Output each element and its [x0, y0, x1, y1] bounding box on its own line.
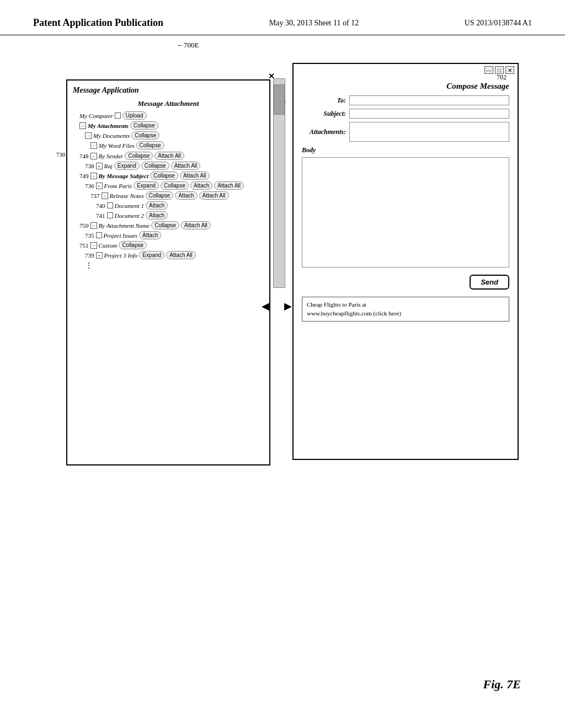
- scroll-thumb[interactable]: [274, 84, 285, 115]
- body-input[interactable]: [302, 157, 509, 267]
- my-attachments-collapse-btn[interactable]: Collapse: [130, 121, 158, 130]
- by-sender-toggle[interactable]: −: [90, 153, 97, 159]
- spam-text-line2: www.buycheapflights.com (click here): [307, 309, 504, 318]
- from-paris-label: From Paris: [104, 183, 132, 189]
- attachment-section-title: Message Attachment: [73, 99, 264, 108]
- from-paris-attach-all-btn[interactable]: Attach All: [214, 181, 244, 190]
- custom-collapse-btn[interactable]: Collapse: [119, 241, 147, 249]
- document1-label: Document 1: [115, 202, 144, 209]
- by-subject-collapse-btn[interactable]: Collapse: [150, 172, 178, 180]
- left-panel-title: Message Application: [73, 86, 264, 95]
- project-issues-attach-btn[interactable]: Attach: [139, 231, 161, 239]
- by-attachment-name-attach-all-btn[interactable]: Attach All: [181, 221, 211, 229]
- subject-row: Subject:: [294, 107, 518, 120]
- maximize-btn[interactable]: □: [495, 66, 504, 74]
- upload-btn[interactable]: Upload: [122, 111, 147, 120]
- by-sender-label: By Sender: [99, 153, 124, 159]
- project-issues-label: Project Issues: [104, 232, 138, 239]
- project-issues-checkbox[interactable]: [96, 232, 102, 238]
- by-attachment-name-collapse-btn[interactable]: Collapse: [151, 221, 179, 229]
- by-attachment-name-toggle[interactable]: −: [90, 222, 97, 229]
- ref-750-inline: 750: [79, 222, 89, 229]
- document2-row: 741 Document 2 Attach: [95, 211, 264, 220]
- scrollbar[interactable]: [273, 78, 285, 288]
- my-documents-toggle[interactable]: −: [85, 132, 92, 139]
- subject-input[interactable]: [349, 109, 509, 119]
- ref-736-inline: 736: [85, 183, 94, 189]
- spam-text-line1: Cheap Flights to Paris at: [307, 301, 504, 309]
- ellipsis: ⋮: [85, 261, 93, 270]
- by-sender-collapse-btn[interactable]: Collapse: [125, 152, 153, 160]
- by-sender-attach-all-btn[interactable]: Attach All: [154, 152, 184, 160]
- release-notes-toggle[interactable]: −: [102, 192, 108, 199]
- document1-attach-btn[interactable]: Attach: [146, 201, 168, 210]
- to-label: To:: [302, 97, 346, 105]
- release-notes-row: 737 − Release Notes Collapse Attach Atta…: [89, 191, 264, 200]
- right-scroll-arrow[interactable]: ▶: [284, 300, 292, 312]
- left-panel-message-app: Message Application Message Attachment M…: [66, 79, 270, 465]
- send-btn-container: Send: [294, 270, 518, 294]
- document2-checkbox[interactable]: [107, 212, 113, 218]
- by-attachment-name-label: By Attachment Name: [99, 222, 150, 229]
- left-scroll-arrow[interactable]: ◀: [262, 300, 269, 312]
- upload-checkbox[interactable]: [115, 113, 121, 119]
- raj-attach-all-btn[interactable]: Attach All: [171, 162, 201, 170]
- to-input[interactable]: [349, 95, 509, 105]
- close-btn[interactable]: ✕: [505, 66, 514, 74]
- ref-737-inline: 737: [90, 192, 100, 199]
- project3-expand-btn[interactable]: Expand: [139, 251, 164, 259]
- release-notes-collapse-btn[interactable]: Collapse: [146, 191, 174, 200]
- by-subject-toggle[interactable]: −: [90, 173, 97, 179]
- my-word-files-toggle[interactable]: −: [90, 142, 97, 149]
- custom-label: Custom: [99, 242, 118, 249]
- document2-attach-btn[interactable]: Attach: [146, 211, 168, 220]
- my-documents-label: My Documents: [93, 132, 130, 139]
- attachments-row: Attachments:: [294, 120, 518, 143]
- release-notes-attach-btn[interactable]: Attach: [175, 191, 197, 200]
- by-subject-attach-all-btn[interactable]: Attach All: [180, 172, 210, 180]
- patent-header: Patent Application Publication May 30, 2…: [0, 0, 565, 35]
- project3-toggle[interactable]: +: [96, 252, 103, 259]
- by-attachment-name-row: 750 − By Attachment Name Collapse Attach…: [78, 221, 264, 229]
- raj-collapse-btn[interactable]: Collapse: [141, 162, 169, 170]
- ref-741-inline: 741: [96, 212, 105, 219]
- project3-label: Project 3 Info: [104, 252, 138, 259]
- my-attachments-label: My Attachments: [88, 122, 129, 129]
- release-notes-attach-all-btn[interactable]: Attach All: [199, 191, 229, 200]
- my-documents-collapse-btn[interactable]: Collapse: [131, 131, 159, 140]
- spam-box: Cheap Flights to Paris at www.buycheapfl…: [302, 297, 509, 322]
- ref-735-inline: 735: [85, 232, 94, 239]
- my-word-files-collapse-btn[interactable]: Collapse: [136, 141, 164, 149]
- from-paris-toggle[interactable]: +: [96, 183, 103, 189]
- raj-row: 738 + Raj Expand Collapse Attach All: [84, 162, 264, 170]
- from-paris-expand-btn[interactable]: Expand: [134, 181, 159, 190]
- raj-expand-btn[interactable]: Expand: [114, 162, 140, 170]
- release-notes-label: Release Notes: [110, 192, 144, 199]
- header-right-text: US 2013/0138744 A1: [465, 17, 532, 28]
- header-center-text: May 30, 2013 Sheet 11 of 12: [269, 17, 359, 28]
- my-attachments-toggle[interactable]: −: [79, 122, 86, 129]
- ref-740-inline: 740: [96, 202, 105, 209]
- document1-checkbox[interactable]: [107, 202, 113, 208]
- send-button[interactable]: Send: [470, 275, 509, 290]
- fig-label: Fig. 7E: [483, 677, 521, 692]
- attachments-input[interactable]: [349, 122, 509, 142]
- from-paris-attach-btn[interactable]: Attach: [190, 181, 212, 190]
- my-word-files-label: My Word Files: [99, 142, 135, 149]
- custom-toggle[interactable]: −: [90, 242, 97, 249]
- ellipsis-row: ⋮: [84, 261, 264, 270]
- document1-row: 740 Document 1 Attach: [95, 201, 264, 210]
- my-computer-row: My Computer Upload: [78, 111, 264, 120]
- from-paris-collapse-btn[interactable]: Collapse: [161, 181, 189, 190]
- raj-toggle[interactable]: +: [96, 163, 103, 169]
- ref-738-inline: 738: [85, 163, 94, 169]
- custom-row: 751 − Custom Collapse: [78, 241, 264, 249]
- subject-label: Subject:: [302, 110, 346, 118]
- project3-attach-all-btn[interactable]: Attach All: [166, 251, 196, 259]
- minimize-btn[interactable]: —: [484, 66, 493, 74]
- my-documents-row: − My Documents Collapse: [84, 131, 264, 140]
- ref-749-inline: 749: [79, 173, 89, 179]
- my-word-files-row: − My Word Files Collapse: [89, 141, 264, 149]
- to-row: To:: [294, 94, 518, 107]
- panel-close-btn[interactable]: ✕: [268, 72, 275, 81]
